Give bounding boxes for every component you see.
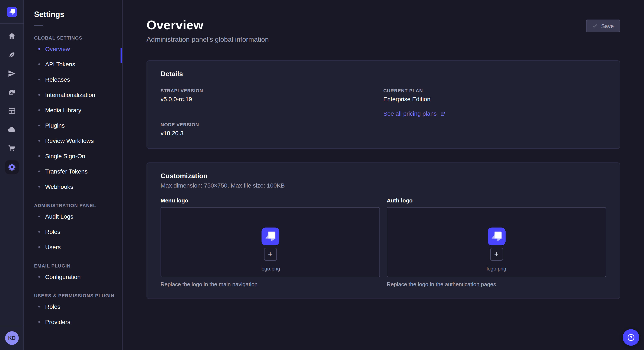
sidebar-item-admin-roles[interactable]: Roles (34, 224, 122, 239)
sidebar-item-label: Audit Logs (45, 213, 73, 220)
sidebar-item-label: Overview (45, 45, 70, 52)
strapi-admin-settings-page: KD Settings GLOBAL SETTINGS Overview API… (0, 0, 644, 350)
settings-nav-item[interactable] (2, 158, 21, 176)
svg-text:?: ? (630, 335, 632, 340)
field-label: STRAPI VERSION (160, 88, 383, 93)
sidebar-item-up-roles[interactable]: Roles (34, 299, 122, 314)
auth-logo-hint: Replace the logo in the authentication p… (387, 281, 606, 288)
rail-bottom: KD (0, 326, 24, 350)
details-grid: STRAPI VERSION v5.0.0-rc.19 NODE VERSION… (160, 88, 606, 137)
auth-logo-dropzone[interactable]: + logo.png (387, 207, 606, 277)
save-button-label: Save (601, 23, 614, 29)
sidebar-item-label: Plugins (45, 122, 65, 129)
auth-logo-preview (488, 227, 505, 245)
strapi-logo-icon (6, 7, 17, 17)
cloud-icon[interactable] (2, 120, 21, 139)
sidebar-item-label: Providers (45, 319, 70, 325)
field-value: v18.20.3 (160, 130, 383, 137)
field-value: v5.0.0-rc.19 (160, 96, 383, 103)
menu-logo-filename: logo.png (260, 266, 280, 272)
sidebar-item-webhooks[interactable]: Webhooks (34, 179, 122, 194)
bullet-icon (38, 246, 40, 248)
strapi-logo[interactable] (6, 7, 17, 17)
section-header-users-permissions-plugin: USERS & PERMISSIONS PLUGIN (34, 293, 122, 298)
sidebar-item-users[interactable]: Users (34, 239, 122, 255)
node-version-field: NODE VERSION v18.20.3 (160, 122, 383, 137)
rail-divider (0, 23, 24, 24)
settings-sidebar: Settings GLOBAL SETTINGS Overview API To… (24, 0, 123, 350)
bullet-icon (38, 79, 40, 80)
menu-logo-field: Menu logo + logo.png Replace the logo (160, 197, 380, 288)
field-label: NODE VERSION (160, 122, 383, 127)
sidebar-item-label: Roles (45, 228, 60, 235)
sidebar-item-api-tokens[interactable]: API Tokens (34, 57, 122, 72)
details-card: Details STRAPI VERSION v5.0.0-rc.19 NODE… (146, 60, 620, 149)
media-library-images-icon[interactable] (2, 83, 21, 102)
save-button[interactable]: Save (586, 19, 620, 32)
customization-subheading: Max dimension: 750×750, Max file size: 1… (160, 182, 606, 189)
content-type-builder-layout-icon[interactable] (2, 102, 21, 120)
help-button[interactable]: ? (623, 329, 639, 346)
main-content: Overview Administration panel’s global i… (123, 0, 644, 350)
sidebar-item-releases[interactable]: Releases (34, 72, 122, 87)
bullet-icon (38, 125, 40, 126)
bullet-icon (38, 321, 40, 323)
marketplace-cart-icon[interactable] (2, 139, 21, 158)
main-nav-rail: KD (0, 0, 24, 350)
sidebar-scrollbar-thumb[interactable] (120, 48, 122, 63)
sidebar-item-label: Webhooks (45, 183, 73, 190)
menu-logo-dropzone[interactable]: + logo.png (160, 207, 380, 277)
sidebar-item-plugins[interactable]: Plugins (34, 118, 122, 133)
add-menu-logo-button[interactable]: + (264, 248, 277, 261)
pricing-plans-link-label: See all pricing plans (383, 110, 437, 117)
customization-card: Customization Max dimension: 750×750, Ma… (146, 163, 620, 299)
strapi-logo-icon (261, 227, 279, 245)
page-header: Overview Administration panel’s global i… (146, 19, 620, 43)
auth-logo-label: Auth logo (387, 197, 606, 204)
sidebar-item-media-library[interactable]: Media Library (34, 103, 122, 118)
bullet-icon (38, 155, 40, 157)
strapi-version-field: STRAPI VERSION v5.0.0-rc.19 (160, 88, 383, 103)
sidebar-item-review-workflows[interactable]: Review Workflows (34, 133, 122, 149)
settings-gear-icon (5, 160, 18, 174)
sidebar-item-transfer-tokens[interactable]: Transfer Tokens (34, 164, 122, 179)
page-subtitle: Administration panel’s global informatio… (146, 36, 269, 43)
question-mark-icon: ? (626, 333, 636, 342)
sidebar-item-label: Users (45, 244, 61, 250)
menu-logo-label: Menu logo (160, 197, 380, 204)
bullet-icon (38, 63, 40, 65)
menu-logo-hint: Replace the logo in the main navigation (160, 281, 380, 288)
bullet-icon (38, 94, 40, 96)
rail-nav (2, 27, 21, 176)
plus-icon: + (268, 250, 272, 258)
bullet-icon (38, 140, 40, 142)
sidebar-item-overview[interactable]: Overview (34, 41, 122, 57)
sidebar-item-label: Review Workflows (45, 137, 94, 144)
sidebar-item-providers[interactable]: Providers (34, 314, 122, 330)
content-manager-feather-icon[interactable] (2, 45, 21, 64)
section-header-email-plugin: EMAIL PLUGIN (34, 263, 122, 268)
sidebar-item-configuration[interactable]: Configuration (34, 269, 122, 285)
home-icon[interactable] (2, 27, 21, 45)
bullet-icon (38, 171, 40, 172)
field-label: CURRENT PLAN (383, 88, 606, 93)
sidebar-item-internationalization[interactable]: Internationalization (34, 87, 122, 103)
pricing-plans-link[interactable]: See all pricing plans (383, 110, 446, 117)
avatar[interactable]: KD (5, 331, 19, 345)
add-auth-logo-button[interactable]: + (490, 248, 503, 261)
auth-logo-field: Auth logo + logo.png Replace the logo (387, 197, 606, 288)
page-title: Overview (146, 19, 269, 31)
sidebar-item-label: Media Library (45, 107, 81, 114)
sidebar-item-audit-logs[interactable]: Audit Logs (34, 209, 122, 224)
sidebar-item-label: API Tokens (45, 61, 75, 68)
bullet-icon (38, 109, 40, 111)
external-link-icon (440, 111, 446, 116)
sidebar-item-single-sign-on[interactable]: Single Sign-On (34, 149, 122, 164)
sidebar-item-label: Roles (45, 303, 60, 310)
bullet-icon (38, 48, 40, 50)
deploy-paper-plane-icon[interactable] (2, 64, 21, 83)
sidebar-item-label: Configuration (45, 273, 81, 280)
menu-logo-preview (261, 227, 279, 245)
bullet-icon (38, 186, 40, 187)
rail-bottom-divider (0, 326, 24, 326)
